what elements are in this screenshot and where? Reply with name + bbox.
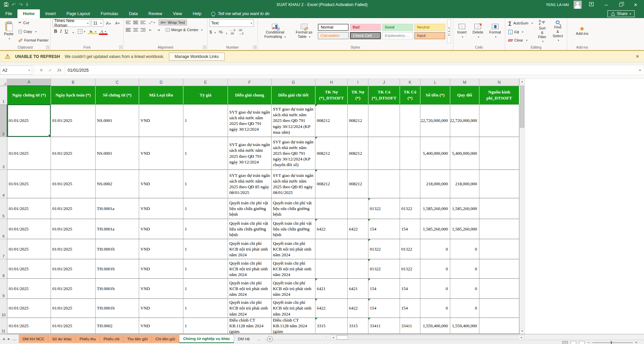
cell-G8[interactable]: Quyết toán chi phí KCB nội trú phát sinh… bbox=[272, 259, 315, 279]
row-header-11[interactable]: 11 bbox=[0, 318, 7, 334]
sheet-tab-3[interactable]: Phiếu thu bbox=[76, 335, 100, 343]
page-layout-view-icon[interactable] bbox=[571, 341, 576, 344]
column-header-C[interactable]: C bbox=[96, 79, 139, 86]
style-explanatory[interactable]: Explanatory ... bbox=[382, 32, 413, 39]
autosum-button[interactable]: ∑AutoSum▾ bbox=[507, 20, 534, 26]
tab-view[interactable]: View bbox=[168, 9, 187, 18]
cell-J8[interactable]: 01322 bbox=[368, 259, 400, 279]
cell-J10[interactable]: 154 bbox=[368, 299, 400, 318]
cell-K9[interactable]: 154 bbox=[400, 279, 420, 299]
italic-button[interactable]: I bbox=[60, 29, 62, 34]
cell-J4[interactable] bbox=[368, 170, 400, 198]
column-header-L[interactable]: L bbox=[420, 79, 450, 86]
cell-I7[interactable] bbox=[348, 239, 368, 259]
orientation-button[interactable]: ⤢▾ bbox=[148, 20, 156, 25]
copy-button[interactable]: Copy▾ bbox=[17, 29, 50, 34]
row-header-9[interactable]: 9 bbox=[0, 279, 7, 299]
header-cell-C1[interactable]: Số chứng từ (*) bbox=[96, 86, 139, 105]
cell-H5[interactable] bbox=[315, 198, 348, 219]
cell-M8[interactable]: 0 bbox=[450, 259, 479, 279]
cell-J11[interactable]: 33411 bbox=[368, 318, 400, 334]
shrink-font-icon[interactable]: A▼ bbox=[114, 20, 121, 26]
header-cell-A1[interactable]: Ngày chứng từ (*) bbox=[7, 86, 51, 105]
cell-K3[interactable] bbox=[400, 137, 420, 170]
header-cell-H1[interactable]: TK Nợ (*)_DTSOFT bbox=[315, 86, 348, 105]
cell-N5[interactable] bbox=[479, 198, 519, 219]
tab-review[interactable]: Review bbox=[143, 9, 168, 18]
cell-B3[interactable]: 01/01/2025 bbox=[51, 137, 96, 170]
clipboard-dialog-launcher[interactable]: ↘ bbox=[46, 46, 49, 49]
cell-I5[interactable] bbox=[348, 198, 368, 219]
style-calculation[interactable]: Calculation bbox=[318, 32, 349, 39]
cell-K5[interactable]: 01322 bbox=[400, 198, 420, 219]
tell-me-box[interactable]: Tell me what you want to do bbox=[207, 9, 274, 18]
cut-button[interactable]: ✂Cut bbox=[17, 20, 50, 25]
cell-G2[interactable]: SYT giao dự toán ngân sách nhà nước năm … bbox=[272, 105, 315, 137]
cell-E4[interactable]: 1 bbox=[183, 170, 228, 198]
cell-J3[interactable] bbox=[368, 137, 400, 170]
column-header-J[interactable]: J bbox=[368, 79, 400, 86]
scroll-down-icon[interactable]: ▼ bbox=[520, 328, 525, 334]
number-dialog-launcher[interactable]: ↘ bbox=[253, 46, 256, 49]
cell-D2[interactable]: VND bbox=[139, 105, 183, 137]
underline-dropdown[interactable]: ▾ bbox=[72, 31, 74, 34]
new-sheet-icon[interactable]: + bbox=[267, 336, 273, 342]
grow-font-icon[interactable]: A▲ bbox=[105, 20, 113, 26]
cell-C4[interactable]: NS.0002 bbox=[96, 170, 139, 198]
save-icon[interactable] bbox=[4, 2, 8, 7]
cell-M7[interactable]: 0 bbox=[450, 239, 479, 259]
row-header-6[interactable]: 6 bbox=[0, 219, 7, 239]
cell-A11[interactable]: 01/01/2025 bbox=[7, 318, 51, 334]
cell-F9[interactable]: Quyết toán chi phí KCB nội trú phát sinh… bbox=[228, 279, 272, 299]
header-cell-D1[interactable]: Mã Loại tiền bbox=[139, 86, 183, 105]
cell-C3[interactable]: NS.0001 bbox=[96, 137, 139, 170]
cell-M5[interactable]: 1,585,260,000 bbox=[450, 198, 479, 219]
format-painter-button[interactable]: Format Painter bbox=[17, 38, 50, 43]
cell-G3[interactable]: SYT giao dự toán ngân sách nhà nước năm … bbox=[272, 137, 315, 170]
cell-N6[interactable] bbox=[479, 219, 519, 239]
cell-C7[interactable]: TH.0001b bbox=[96, 239, 139, 259]
cell-G6[interactable]: Quyết toán chi phí vật liệu sửa chữa giư… bbox=[272, 219, 315, 239]
tab-file[interactable]: File bbox=[0, 9, 17, 18]
cell-J9[interactable]: 154 bbox=[368, 279, 400, 299]
alignment-dialog-launcher[interactable]: ↘ bbox=[203, 46, 206, 49]
cell-M3[interactable]: 5,400,000,000 bbox=[450, 137, 479, 170]
sheet-tab-4[interactable]: Phiếu chi bbox=[100, 335, 123, 343]
comma-icon[interactable]: , bbox=[226, 29, 227, 35]
font-family-select[interactable]: Times New Roman▾ bbox=[53, 19, 90, 27]
conditional-formatting-button[interactable]: Conditional Formatting ▾ bbox=[260, 19, 290, 43]
cell-E7[interactable]: 1 bbox=[183, 239, 228, 259]
row-header-5[interactable]: 5 bbox=[0, 198, 7, 219]
cell-B9[interactable]: 01/01/2025 bbox=[51, 279, 96, 299]
cell-A5[interactable]: 01/01/2025 bbox=[7, 198, 51, 219]
cell-H9[interactable]: 6421 bbox=[315, 279, 348, 299]
cell-F10[interactable]: Quyết toán chi phí KCB nội trú phát sinh… bbox=[228, 299, 272, 318]
format-as-table-button[interactable]: Format as Table ▾ bbox=[292, 19, 316, 43]
cell-N8[interactable] bbox=[479, 259, 519, 279]
cell-K4[interactable] bbox=[400, 170, 420, 198]
cell-D9[interactable]: VND bbox=[139, 279, 183, 299]
cell-I2[interactable]: 008212 bbox=[348, 105, 368, 137]
cell-E11[interactable]: 1 bbox=[183, 318, 228, 334]
gallery-scroll[interactable]: ▴▾▾ bbox=[447, 19, 451, 43]
sheet-tab-active[interactable]: Chứng từ nghiệp vụ khác bbox=[179, 335, 234, 343]
percent-icon[interactable]: % bbox=[219, 29, 223, 35]
cell-B8[interactable]: 01/01/2025 bbox=[51, 259, 96, 279]
cell-I3[interactable]: 008212 bbox=[348, 137, 368, 170]
tab-insert[interactable]: Insert bbox=[40, 9, 61, 18]
cell-E2[interactable]: 1 bbox=[183, 105, 228, 137]
column-header-N[interactable]: N bbox=[479, 79, 519, 86]
cell-F11[interactable]: Điều chỉnh CT KB.1128 năm 2024 (giảm bbox=[228, 318, 272, 334]
cell-B6[interactable]: 01/01/2025 bbox=[51, 219, 96, 239]
confirm-entry-icon[interactable]: ✓ bbox=[48, 68, 52, 73]
align-left-icon[interactable] bbox=[126, 28, 131, 32]
header-cell-B1[interactable]: Ngày hạch toán (*) bbox=[51, 86, 96, 105]
cancel-entry-icon[interactable]: ✕ bbox=[40, 68, 43, 73]
tab-list-ellipsis[interactable]: ... bbox=[13, 337, 16, 341]
format-cells-button[interactable]: Format▾ bbox=[487, 19, 503, 43]
customize-qat-icon[interactable]: ▾ bbox=[26, 3, 28, 7]
cell-H6[interactable]: 6422 bbox=[315, 219, 348, 239]
tab-help[interactable]: Help bbox=[187, 9, 207, 18]
column-header-H[interactable]: H bbox=[315, 79, 348, 86]
sheet-tab-6[interactable]: Chi tiền gửi bbox=[152, 335, 179, 343]
